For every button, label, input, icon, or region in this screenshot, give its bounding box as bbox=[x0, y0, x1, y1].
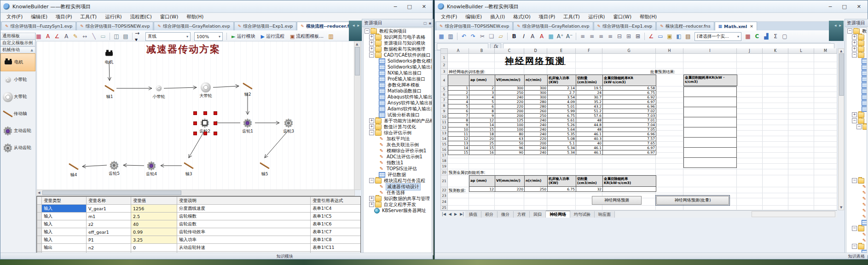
training-cell[interactable]: 14 bbox=[448, 146, 469, 150]
training-cell[interactable]: 43.2 bbox=[576, 104, 603, 109]
tree-item-ADC法评估示例1[interactable]: ✎ADC法评估示例1 bbox=[846, 202, 867, 207]
expand-icon[interactable]: + bbox=[369, 124, 374, 129]
training-row[interactable]: 792002506.7557.67.03 bbox=[448, 114, 656, 118]
training-cell[interactable]: 6.58 bbox=[603, 86, 656, 91]
row-selector[interactable] bbox=[37, 244, 42, 252]
briefcase-icon[interactable]: ▤ bbox=[684, 32, 692, 40]
predict-row[interactable]: 122202506.7532 bbox=[469, 187, 656, 192]
training-cell[interactable]: 12 bbox=[469, 118, 495, 123]
collapse-icon[interactable]: − bbox=[852, 244, 857, 249]
table-row[interactable]: 输入z240齿轮齿数表单1!C6 bbox=[37, 220, 361, 228]
print-icon[interactable]: ▤ bbox=[122, 32, 130, 40]
training-cell[interactable]: 63 bbox=[495, 137, 525, 141]
selection-handle[interactable] bbox=[203, 111, 207, 115]
sheet-tab-回归[interactable]: 回归 bbox=[530, 211, 546, 218]
tree-item-CAD与CAE软件的接口[interactable]: −CAD与CAE软件的接口 bbox=[364, 52, 432, 58]
arrow-style-dropdown-icon[interactable]: → ▾ bbox=[135, 32, 143, 40]
training-cell[interactable]: 3 bbox=[469, 91, 495, 95]
close-button[interactable]: ✕ bbox=[422, 4, 426, 10]
tab-scroll-right-icon[interactable]: ▸ bbox=[357, 23, 359, 28]
box-icon[interactable]: ▥ bbox=[327, 32, 335, 40]
collapse-icon[interactable]: − bbox=[852, 52, 857, 58]
var-value-cell[interactable]: 3.25 bbox=[131, 236, 177, 244]
batch-result-cell[interactable] bbox=[683, 107, 737, 117]
batch-result-cell[interactable] bbox=[683, 157, 737, 168]
row-header-7[interactable]: 7 bbox=[440, 98, 448, 103]
table-row[interactable]: 输入eff_gear10.99齿轮传动效率表单1!C7 bbox=[37, 228, 361, 236]
row-header-19[interactable]: 19 bbox=[440, 164, 448, 169]
tree-item-评估数据[interactable]: 评估数据 bbox=[364, 172, 432, 178]
training-cell[interactable]: 5.99 bbox=[548, 109, 576, 114]
sheet-tab-微分[interactable]: 微分 bbox=[498, 211, 514, 218]
training-cell[interactable]: 19.5 bbox=[576, 86, 603, 91]
font-decrease-icon[interactable]: A⁻ bbox=[565, 32, 573, 40]
run-module-button[interactable]: ►运行模块 bbox=[229, 32, 258, 41]
var-type-cell[interactable]: 输入 bbox=[42, 213, 87, 220]
training-cell[interactable]: 7.57 bbox=[603, 137, 656, 141]
training-cell[interactable]: 300 bbox=[525, 91, 548, 95]
tree-item-Adams软件输入输出接口[interactable]: Adams软件输入输出接口 bbox=[846, 100, 867, 106]
training-cell[interactable]: 40 bbox=[576, 141, 603, 146]
palette-item-大带轮[interactable]: 大带轮 bbox=[0, 88, 35, 105]
var-value-cell[interactable]: 0 bbox=[131, 244, 177, 252]
predict-button[interactable]: 神经网络预测 bbox=[592, 196, 642, 205]
training-cell[interactable]: 300 bbox=[495, 86, 525, 91]
expand-icon[interactable]: + bbox=[369, 40, 374, 46]
canvas-hscrollbar[interactable]: ◀ bbox=[36, 190, 355, 196]
tree-item-试验分析表接口[interactable]: 试验分析表接口 bbox=[364, 112, 432, 118]
training-cell[interactable]: 20 bbox=[469, 137, 495, 141]
font-color-icon[interactable]: A bbox=[44, 32, 52, 40]
tree-item-数据检索与实例推理[interactable]: +数据检索与实例推理 bbox=[364, 46, 432, 52]
tree-item-Matlab函数接口[interactable]: Matlab函数接口 bbox=[846, 82, 867, 88]
tree-item-知识数据的共享与管理[interactable]: +知识数据的共享与管理 bbox=[364, 196, 432, 202]
training-cell[interactable]: 46.1 bbox=[576, 146, 603, 150]
training-cell[interactable]: 14 bbox=[469, 123, 495, 127]
training-cell[interactable]: 7.03 bbox=[603, 114, 656, 118]
row-selector[interactable] bbox=[37, 228, 42, 236]
predict-cell[interactable]: 250 bbox=[525, 187, 548, 192]
training-cell[interactable]: 13 bbox=[448, 141, 469, 146]
tree-item-KBServer服务器网址[interactable]: KBServer服务器网址 bbox=[364, 207, 432, 213]
tree-item-综合评估示例[interactable]: −综合评估示例 bbox=[846, 178, 867, 184]
row-header-24[interactable]: 24 bbox=[440, 198, 448, 206]
row-header-25[interactable]: 25 bbox=[440, 206, 448, 210]
row-selector[interactable] bbox=[37, 213, 42, 220]
batch-result-cell[interactable] bbox=[683, 117, 737, 127]
font-icon[interactable]: A bbox=[528, 32, 537, 40]
training-cell[interactable]: 2 bbox=[469, 86, 495, 91]
menu-项目(P)[interactable]: 项目(P) bbox=[52, 13, 76, 21]
tree-item-数据检索与实例推理[interactable]: +数据检索与实例推理 bbox=[846, 46, 867, 52]
sheet-vscrollbar[interactable]: ▲▼ bbox=[838, 48, 844, 210]
training-cell[interactable]: 240 bbox=[525, 118, 548, 123]
selection-handle[interactable] bbox=[193, 121, 197, 125]
collapse-icon[interactable]: − bbox=[847, 29, 852, 34]
sheet-nav-icon[interactable]: ▶ bbox=[453, 212, 458, 216]
training-cell[interactable]: 5 bbox=[448, 104, 469, 109]
training-cell[interactable]: 11 bbox=[448, 132, 469, 137]
training-cell[interactable]: 240 bbox=[525, 132, 548, 137]
training-cell[interactable]: 4 bbox=[469, 95, 495, 100]
col-header-L[interactable]: L bbox=[788, 48, 814, 54]
var-desc-cell[interactable]: 齿轮传动效率 bbox=[177, 228, 311, 236]
row-selector[interactable] bbox=[37, 220, 42, 228]
undo-icon[interactable]: ↶ bbox=[460, 32, 468, 40]
var-name-cell[interactable]: n2 bbox=[87, 244, 131, 252]
expand-icon[interactable]: + bbox=[852, 40, 857, 46]
col-header-F[interactable]: F bbox=[576, 48, 602, 54]
var-expr-cell[interactable]: 表单1!C5 bbox=[311, 213, 361, 220]
training-cell[interactable]: 5 bbox=[469, 100, 495, 104]
tree-item-模糊综合评价示例1[interactable]: ✎模糊综合评价示例1 bbox=[846, 196, 867, 202]
underline-color-icon[interactable]: A bbox=[538, 32, 546, 40]
lock-icon[interactable]: ▣ bbox=[665, 32, 674, 40]
swap-arrows-icon[interactable]: ↔ bbox=[81, 32, 89, 40]
table-row[interactable]: 输入V_gear11256分度圆线速度表单1!C4 bbox=[37, 205, 361, 213]
training-cell[interactable]: 48 bbox=[576, 127, 603, 132]
training-cell[interactable]: 7.02 bbox=[603, 109, 656, 114]
training-cell[interactable]: 8 bbox=[448, 118, 469, 123]
menu-工具(T)[interactable]: 工具(T) bbox=[559, 13, 584, 21]
training-row[interactable]: 1415962405.3446.16.97 bbox=[448, 146, 656, 150]
align-right-icon[interactable]: ≡ bbox=[597, 32, 605, 40]
tree-item-CAD与CAE软件的接口[interactable]: −CAD与CAE软件的接口 bbox=[846, 52, 867, 58]
tab-综合评估项目--FuzzySyn1.evp[interactable]: ✎综合评估项目--FuzzySyn1.evp bbox=[1, 22, 76, 30]
training-cell[interactable]: 300 bbox=[525, 95, 548, 100]
